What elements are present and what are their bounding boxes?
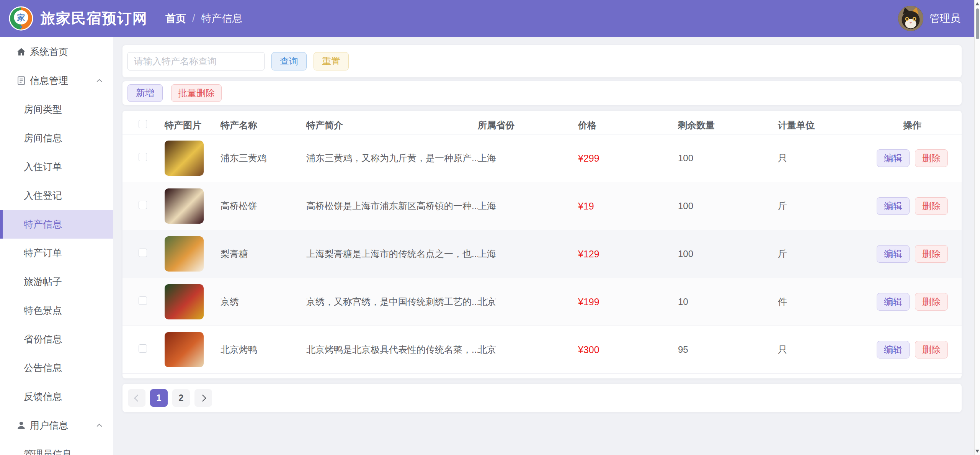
- scrollbar-up-arrow[interactable]: [975, 2, 979, 5]
- product-province: 北京: [478, 344, 578, 356]
- breadcrumb: 首页 / 特产信息: [165, 11, 243, 25]
- product-intro: 高桥松饼是上海市浦东新区高桥镇的一种...: [306, 200, 478, 212]
- product-name: 京绣: [220, 296, 306, 308]
- sidebar: 系统首页信息管理房间类型房间信息入住订单入住登记特产信息特产订单旅游帖子特色景点…: [0, 37, 113, 455]
- username[interactable]: 管理员: [929, 11, 960, 25]
- next-page-button[interactable]: [194, 389, 212, 407]
- edit-button[interactable]: 编辑: [877, 149, 910, 167]
- product-quantity: 100: [678, 249, 778, 259]
- product-unit: 件: [778, 296, 877, 308]
- column-header-image: 特产图片: [165, 119, 220, 131]
- breadcrumb-home-link[interactable]: 首页: [165, 11, 186, 25]
- sidebar-item-info-management[interactable]: 信息管理: [0, 66, 113, 95]
- product-price: ¥300: [578, 344, 678, 355]
- row-checkbox[interactable]: [139, 201, 147, 209]
- column-header-unit: 计量单位: [778, 119, 877, 131]
- edit-button[interactable]: 编辑: [877, 293, 910, 311]
- product-unit: 斤: [778, 248, 877, 260]
- sidebar-item-specialty-info[interactable]: 特产信息: [0, 210, 113, 239]
- column-header-name: 特产名称: [220, 119, 306, 131]
- sidebar-item-checkin-order[interactable]: 入住订单: [0, 152, 113, 181]
- edit-button[interactable]: 编辑: [877, 197, 910, 215]
- edit-button[interactable]: 编辑: [877, 245, 910, 263]
- sidebar-item-label: 入住登记: [24, 189, 62, 202]
- product-name: 浦东三黄鸡: [220, 152, 306, 164]
- batch-delete-button[interactable]: 批量删除: [171, 84, 222, 102]
- sidebar-item-label: 管理员信息: [24, 448, 72, 455]
- row-checkbox[interactable]: [139, 153, 147, 161]
- sidebar-item-room-type[interactable]: 房间类型: [0, 95, 113, 124]
- sidebar-item-notice-info[interactable]: 公告信息: [0, 354, 113, 382]
- pudong-chicken-photo: [165, 141, 204, 176]
- delete-button[interactable]: 删除: [915, 197, 948, 215]
- row-checkbox[interactable]: [139, 249, 147, 257]
- sidebar-item-label: 特产订单: [24, 247, 62, 259]
- table-row: 高桥松饼 高桥松饼是上海市浦东新区高桥镇的一种... 上海 ¥19 100 斤 …: [122, 182, 962, 230]
- delete-button[interactable]: 删除: [915, 149, 948, 167]
- table-row: 京绣 京绣，又称宫绣，是中国传统刺绣工艺的... 北京 ¥199 10 件 编辑…: [122, 278, 962, 326]
- sidebar-item-label: 信息管理: [30, 74, 68, 87]
- sidebar-item-label: 入住订单: [24, 160, 62, 173]
- product-name: 北京烤鸭: [220, 344, 306, 356]
- page-button-2[interactable]: 2: [172, 389, 190, 407]
- prev-page-button[interactable]: [128, 389, 145, 407]
- search-panel: 查询 重置: [122, 45, 962, 77]
- sidebar-item-admin-info[interactable]: 管理员信息: [0, 440, 113, 455]
- scrollbar-thumb[interactable]: [976, 8, 979, 39]
- product-quantity: 10: [678, 296, 778, 307]
- sidebar-item-room-info[interactable]: 房间信息: [0, 124, 113, 152]
- sidebar-item-feedback-info[interactable]: 反馈信息: [0, 382, 113, 411]
- top-header: 家 旅家民宿预订网 首页 / 特产信息: [0, 0, 974, 37]
- sidebar-item-label: 房间类型: [24, 103, 62, 116]
- column-header-province: 所属省份: [478, 119, 578, 131]
- product-province: 北京: [478, 296, 578, 308]
- sidebar-item-travel-post[interactable]: 旅游帖子: [0, 267, 113, 296]
- product-price: ¥129: [578, 249, 678, 260]
- chevron-up-icon[interactable]: [95, 421, 104, 430]
- add-button[interactable]: 新增: [127, 84, 163, 102]
- table-header-row: 特产图片 特产名称 特产简介 所属省份 价格 剩余数量 计量单位 操作: [122, 116, 962, 134]
- product-intro: 京绣，又称宫绣，是中国传统刺绣工艺的...: [306, 296, 478, 308]
- delete-button[interactable]: 删除: [915, 341, 948, 358]
- product-unit: 只: [778, 344, 877, 356]
- page-button-1[interactable]: 1: [150, 389, 168, 407]
- table-body: 浦东三黄鸡 浦东三黄鸡，又称为九斤黄，是一种原产... 上海 ¥299 100 …: [122, 134, 962, 374]
- scrollbar-down-arrow[interactable]: [975, 450, 979, 453]
- column-header-quantity: 剩余数量: [678, 119, 778, 131]
- sidebar-item-checkin-register[interactable]: 入住登记: [0, 181, 113, 210]
- sidebar-item-label: 省份信息: [24, 333, 62, 345]
- chevron-up-icon[interactable]: [95, 76, 104, 85]
- chevron-right-icon: [199, 394, 206, 401]
- jing-embroidery-photo: [165, 284, 204, 319]
- edit-button[interactable]: 编辑: [877, 341, 910, 358]
- delete-button[interactable]: 删除: [915, 293, 948, 311]
- reset-button[interactable]: 重置: [314, 52, 349, 70]
- sidebar-item-user-info[interactable]: 用户信息: [0, 411, 113, 440]
- breadcrumb-current: 特产信息: [201, 11, 243, 25]
- product-province: 上海: [478, 152, 578, 164]
- cat-avatar[interactable]: [898, 6, 923, 31]
- sidebar-item-featured-scenery[interactable]: 特色景点: [0, 296, 113, 325]
- home-icon: [16, 47, 27, 57]
- sidebar-item-label: 公告信息: [24, 362, 62, 374]
- sidebar-item-province-info[interactable]: 省份信息: [0, 325, 113, 354]
- search-input[interactable]: [127, 52, 265, 70]
- sidebar-item-specialty-order[interactable]: 特产订单: [0, 239, 113, 267]
- document-icon: [16, 75, 27, 86]
- query-button[interactable]: 查询: [271, 52, 307, 70]
- sidebar-item-system-home[interactable]: 系统首页: [0, 38, 113, 66]
- sidebar-item-label: 特色景点: [24, 304, 62, 317]
- product-name: 梨膏糖: [220, 248, 306, 260]
- breadcrumb-separator: /: [192, 13, 195, 25]
- page-scrollbar[interactable]: [974, 0, 980, 455]
- column-header-intro: 特产简介: [306, 119, 478, 131]
- select-all-checkbox[interactable]: [139, 120, 147, 128]
- sidebar-item-label: 特产信息: [24, 218, 62, 231]
- sidebar-item-label: 房间信息: [24, 132, 62, 144]
- row-checkbox[interactable]: [139, 344, 147, 353]
- delete-button[interactable]: 删除: [915, 245, 948, 263]
- row-checkbox[interactable]: [139, 296, 147, 305]
- product-province: 上海: [478, 248, 578, 260]
- chevron-left-icon: [134, 394, 141, 401]
- sidebar-item-label: 旅游帖子: [24, 275, 62, 288]
